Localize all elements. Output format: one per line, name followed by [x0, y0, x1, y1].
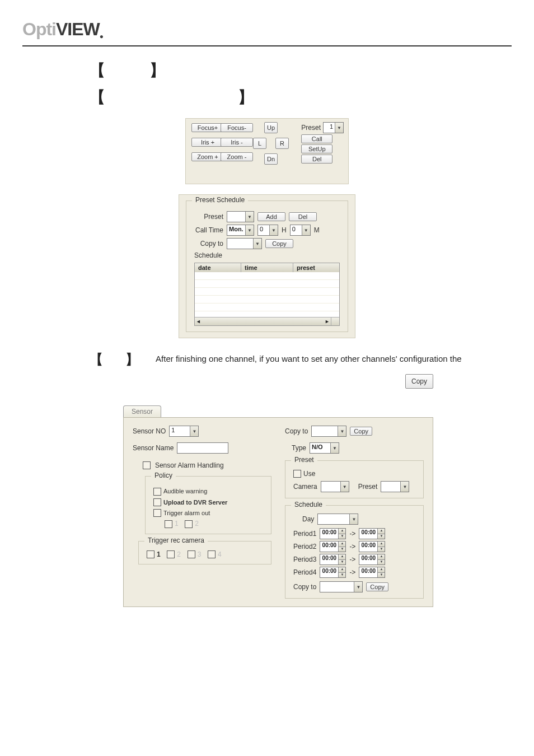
period-from-spinner[interactable]: 00:00▲▼ [320, 528, 346, 539]
out2-label: 2 [195, 520, 199, 528]
chevron-down-icon: ▼ [335, 123, 343, 133]
preset-schedule-select[interactable]: ▼ [227, 211, 254, 222]
audible-checkbox[interactable] [153, 488, 161, 496]
chevron-down-icon: ▼ [302, 225, 310, 235]
chevron-down-icon: ▼ [190, 426, 198, 436]
calltime-day-select[interactable]: Mon.▼ [227, 225, 254, 236]
camera-select[interactable]: ▼ [321, 481, 349, 492]
rec3-label: 3 [198, 550, 202, 558]
sensor-no-label: Sensor NO [133, 427, 166, 435]
divider [22, 45, 512, 46]
period-to-spinner[interactable]: 00:00▲▼ [359, 528, 385, 539]
zoom-minus-button[interactable]: Zoom - [221, 152, 253, 161]
rec1-label: 1 [157, 550, 161, 558]
ptz-left-button[interactable]: L [253, 138, 266, 149]
period-label: Period1 [293, 530, 316, 538]
period-row: Period400:00▲▼->00:00▲▼ [293, 567, 415, 578]
brand-logo: OptiVIEW● [22, 19, 512, 40]
schedule-label: Schedule [107, 64, 147, 75]
rec1-checkbox[interactable] [147, 550, 154, 558]
period-to-spinner[interactable]: 00:00▲▼ [359, 567, 385, 578]
iris-minus-button[interactable]: Iris - [221, 138, 253, 147]
preset-group-title: Preset [291, 456, 317, 464]
copyto-select[interactable]: ▼ [227, 238, 262, 249]
rec3-checkbox[interactable] [188, 550, 195, 558]
out2-checkbox[interactable] [185, 520, 193, 528]
zoom-plus-button[interactable]: Zoom + [191, 152, 224, 161]
rec4-checkbox[interactable] [208, 550, 216, 558]
sensor-no-select[interactable]: 1▼ [169, 426, 199, 437]
preset-label: Preset [358, 483, 378, 491]
preset-label: Preset [194, 213, 223, 221]
chevron-down-icon: ▼ [349, 514, 358, 524]
calltime-label: Call Time [194, 226, 223, 234]
scroll-corner [331, 317, 339, 325]
schedule-copy-button[interactable]: Copy [366, 582, 388, 591]
preset-del-button[interactable]: Del [301, 155, 332, 164]
chevron-down-icon: ▼ [338, 572, 345, 578]
preset-call-button[interactable]: Call [301, 134, 332, 143]
focus-plus-button[interactable]: Focus+ [191, 123, 224, 132]
period-label: Period4 [293, 568, 316, 576]
scroll-right-icon: ► [325, 319, 330, 324]
schedule-group-title: Schedule [291, 501, 326, 508]
sensor-name-input[interactable] [177, 442, 228, 454]
period-to-spinner[interactable]: 00:00▲▼ [359, 541, 385, 552]
copy-button[interactable]: Copy [405, 374, 433, 389]
chevron-down-icon: ▼ [245, 225, 254, 235]
preset-select[interactable]: ▼ [381, 481, 409, 492]
brand-part1: Opti [22, 19, 56, 39]
schedule-grid: date time preset ◄► [194, 263, 340, 326]
copy-button[interactable]: Copy [265, 239, 293, 248]
day-select[interactable]: ▼ [317, 514, 358, 525]
chevron-down-icon: ▼ [338, 547, 345, 552]
arrow-label: -> [349, 556, 355, 563]
period-label: Period2 [293, 543, 316, 550]
section-schedule: 【 Schedule 】 [90, 60, 512, 81]
ptz-up-button[interactable]: Up [264, 122, 278, 133]
bracket-right-icon: 】 [238, 87, 254, 108]
chevron-up-icon: ▲ [338, 554, 345, 559]
rec2-checkbox[interactable] [167, 550, 175, 558]
preset-setup-button[interactable]: SetUp [301, 144, 332, 153]
preset-schedule-group-title: Preset Schedule [192, 196, 248, 204]
copy-button[interactable]: Copy [350, 427, 372, 436]
col-time: time [241, 263, 293, 272]
preset-select[interactable]: 1▼ [323, 122, 344, 133]
period-row: Period100:00▲▼->00:00▲▼ [293, 528, 415, 539]
col-date: date [195, 263, 241, 272]
bracket-left-icon: 【 [90, 348, 103, 371]
calltime-hour-select[interactable]: 0▼ [257, 225, 278, 236]
calltime-min-select[interactable]: 0▼ [290, 225, 311, 236]
horizontal-scrollbar[interactable]: ◄► [195, 317, 331, 325]
hour-unit: H [282, 226, 287, 234]
preset-section-label: Preset Setting and Scheduling [107, 91, 236, 102]
schedule-copyto-select[interactable]: ▼ [320, 581, 363, 592]
chevron-down-icon: ▼ [338, 534, 345, 539]
chevron-down-icon: ▼ [377, 559, 385, 565]
out1-checkbox[interactable] [165, 520, 172, 528]
type-label: Type [292, 444, 306, 452]
sensor-tab[interactable]: Sensor [123, 405, 161, 417]
focus-minus-button[interactable]: Focus- [221, 123, 253, 132]
use-label: Use [303, 470, 315, 478]
copyto-select[interactable]: ▼ [311, 426, 346, 437]
copyto-label: Copy to [293, 583, 316, 591]
period-from-spinner[interactable]: 00:00▲▼ [320, 567, 346, 578]
upload-checkbox[interactable] [153, 498, 161, 506]
chevron-down-icon: ▼ [354, 582, 362, 592]
use-checkbox[interactable] [293, 470, 301, 478]
period-from-spinner[interactable]: 00:00▲▼ [320, 554, 346, 565]
type-select[interactable]: N/O▼ [310, 442, 339, 454]
chevron-down-icon: ▼ [377, 572, 385, 578]
period-to-spinner[interactable]: 00:00▲▼ [359, 554, 385, 565]
preset-add-button[interactable]: Add [257, 212, 285, 221]
alarm-handling-checkbox[interactable] [143, 461, 151, 469]
period-from-spinner[interactable]: 00:00▲▼ [320, 541, 346, 552]
iris-plus-button[interactable]: Iris + [191, 138, 224, 147]
preset-del-button[interactable]: Del [289, 212, 317, 221]
ptz-right-button[interactable]: R [275, 138, 289, 149]
trigger-out-checkbox[interactable] [153, 509, 161, 517]
ptz-down-button[interactable]: Dn [264, 153, 278, 165]
audible-label: Audible warning [163, 488, 207, 494]
